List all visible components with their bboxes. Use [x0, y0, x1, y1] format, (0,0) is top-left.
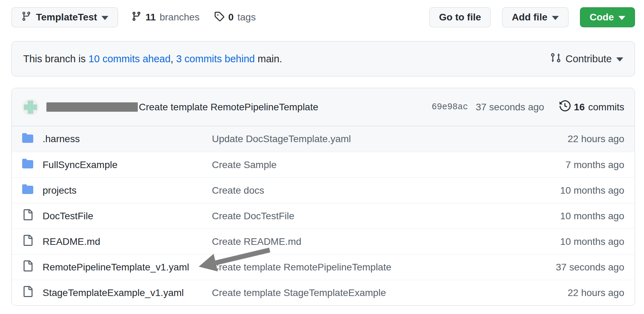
commit-timestamp: 37 seconds ago [476, 102, 544, 113]
file-name-link[interactable]: FullSyncExample [43, 159, 117, 170]
commit-sha: 69e98ac [432, 102, 468, 112]
file-name-cell: .harness [22, 132, 212, 146]
file-age: 10 months ago [513, 185, 624, 196]
tags-count: 0 [228, 12, 234, 23]
file-age: 22 hours ago [513, 287, 624, 298]
commit-message-link[interactable]: Create docs [212, 185, 513, 196]
file-name-cell: DocTestFile [22, 209, 212, 223]
file-icon [22, 209, 33, 223]
file-icon [22, 235, 33, 248]
file-name-cell: StageTemplateExample_v1.yaml [22, 286, 212, 299]
commit-message-link[interactable]: Create README.md [212, 236, 513, 247]
add-file-button[interactable]: Add file [502, 7, 569, 27]
tags-label: tags [238, 12, 256, 23]
tags-stat[interactable]: 0 tags [214, 11, 256, 24]
chevron-down-icon [101, 16, 108, 20]
code-label: Code [590, 12, 614, 23]
table-row: DocTestFile Create DocTestFile 10 months… [12, 203, 635, 229]
code-button[interactable]: Code [580, 7, 635, 27]
commit-count: 16 [574, 102, 585, 113]
branch-selector[interactable]: TemplateTest [11, 7, 118, 27]
table-row: README.md Create README.md 10 months ago [12, 229, 635, 254]
file-name-link[interactable]: RemotePipelineTemplate_v1.yaml [43, 262, 189, 273]
chevron-down-icon [552, 16, 559, 20]
chevron-down-icon [616, 57, 623, 62]
file-name-link[interactable]: DocTestFile [43, 211, 93, 222]
go-to-file-label: Go to file [439, 12, 481, 23]
repo-page: TemplateTest 11 branches 0 tags Go to fi… [0, 0, 644, 306]
file-icon [22, 286, 33, 299]
avatar[interactable] [22, 99, 39, 116]
commit-message-link[interactable]: Update DocStageTemplate.yaml [212, 133, 513, 145]
add-file-label: Add file [512, 12, 547, 23]
latest-commit-message[interactable]: Create template RemotePipelineTemplate [139, 102, 318, 113]
latest-commit-bar: Create template RemotePipelineTemplate 6… [12, 88, 635, 126]
file-browser: Create template RemotePipelineTemplate 6… [11, 88, 635, 306]
git-branch-icon [131, 11, 142, 24]
commit-count-label: commits [588, 102, 624, 113]
status-prefix: This branch is [23, 53, 89, 64]
go-to-file-button[interactable]: Go to file [429, 7, 491, 27]
file-icon [22, 260, 33, 274]
commits-ahead-link[interactable]: 10 commits ahead [89, 53, 171, 64]
branch-status-banner: This branch is 10 commits ahead, 3 commi… [11, 41, 635, 76]
history-clock-icon [560, 100, 571, 114]
table-row: RemotePipelineTemplate_v1.yaml Create te… [12, 254, 635, 280]
commit-history-link[interactable]: 16 commits [560, 100, 624, 114]
folder-icon [22, 158, 33, 172]
file-name-cell: RemotePipelineTemplate_v1.yaml [22, 260, 212, 274]
table-row: StageTemplateExample_v1.yaml Create temp… [12, 280, 635, 305]
file-age: 37 seconds ago [513, 262, 624, 273]
file-name-link[interactable]: .harness [43, 133, 80, 145]
tag-icon [214, 11, 224, 24]
branches-count: 11 [145, 12, 156, 23]
branch-name: TemplateTest [36, 12, 97, 23]
contribute-label: Contribute [565, 53, 612, 65]
commit-message-link[interactable]: Create Sample [212, 159, 513, 170]
file-name-link[interactable]: StageTemplateExample_v1.yaml [43, 287, 184, 298]
commits-behind-link[interactable]: 3 commits behind [176, 53, 255, 64]
latest-commit-meta: 69e98ac 37 seconds ago 16 commits [432, 100, 624, 114]
repo-toolbar: TemplateTest 11 branches 0 tags Go to fi… [11, 7, 635, 27]
status-suffix: main. [255, 53, 282, 64]
contribute-button[interactable]: Contribute [551, 53, 623, 65]
file-age: 10 months ago [513, 211, 624, 222]
commit-message-link[interactable]: Create template StageTemplateExample [212, 287, 513, 298]
file-name-link[interactable]: projects [43, 185, 77, 196]
git-branch-icon [21, 11, 32, 24]
folder-icon [22, 184, 33, 197]
status-comma: , [171, 53, 176, 64]
git-compare-icon [551, 53, 561, 65]
chevron-down-icon [618, 16, 625, 20]
redacted-username [46, 102, 138, 112]
repo-stats: 11 branches 0 tags [131, 11, 256, 24]
file-name-cell: projects [22, 184, 212, 197]
branches-label: branches [160, 12, 199, 23]
file-age: 7 months ago [513, 159, 624, 170]
commit-message-link[interactable]: Create template RemotePipelineTemplate [212, 262, 513, 273]
file-age: 22 hours ago [513, 133, 624, 145]
commit-message-link[interactable]: Create DocTestFile [212, 211, 513, 222]
file-name-link[interactable]: README.md [43, 236, 100, 247]
branches-stat[interactable]: 11 branches [131, 11, 199, 24]
file-name-cell: README.md [22, 235, 212, 248]
file-age: 10 months ago [513, 236, 624, 247]
file-name-cell: FullSyncExample [22, 158, 212, 172]
table-row: .harness Update DocStageTemplate.yaml 22… [12, 126, 635, 152]
folder-icon [22, 132, 33, 146]
branch-status-text: This branch is 10 commits ahead, 3 commi… [23, 53, 282, 65]
table-row: FullSyncExample Create Sample 7 months a… [12, 152, 635, 177]
table-row: projects Create docs 10 months ago [12, 177, 635, 203]
